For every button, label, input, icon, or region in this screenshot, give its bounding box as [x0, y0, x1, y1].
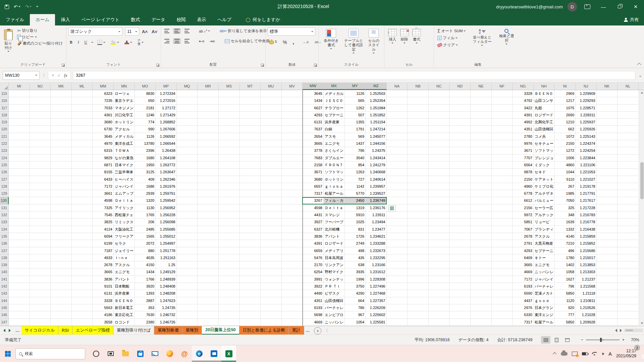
cell-MV139[interactable]	[282, 261, 303, 268]
cell-MS135[interactable]	[219, 233, 240, 240]
cell-MO136[interactable]: 2072	[135, 240, 156, 247]
cell-NB133[interactable]	[408, 219, 429, 226]
cell-NL140[interactable]	[618, 268, 639, 276]
column-header-MZ[interactable]: MZ	[366, 83, 387, 90]
cell-MO123[interactable]: 2396	[135, 147, 156, 154]
cell-NG140[interactable]: 4669	[513, 268, 534, 276]
cell-MV132[interactable]	[282, 212, 303, 219]
cell-MV119[interactable]	[282, 119, 303, 126]
cell-MJ142[interactable]	[30, 283, 51, 290]
cell-MM140[interactable]: 3665	[93, 268, 114, 276]
cell-NK130[interactable]	[597, 197, 618, 204]
cell-ML131[interactable]	[72, 204, 93, 212]
cell-MY116[interactable]: 665	[345, 97, 366, 104]
cell-NA136[interactable]	[387, 240, 408, 247]
cell-MZ125[interactable]: 1.241279	[366, 162, 387, 169]
cell-NA127[interactable]	[387, 176, 408, 183]
cell-MQ129[interactable]	[177, 190, 198, 197]
cell-MM143[interactable]: 6131	[93, 290, 114, 297]
cell-MJ145[interactable]	[30, 304, 51, 311]
cell-MS124[interactable]	[219, 155, 240, 162]
cell-MN120[interactable]: アクセル	[114, 126, 135, 133]
cell-NK129[interactable]	[597, 190, 618, 197]
cell-MN138[interactable]: Ｉ−ｎｅ	[114, 254, 135, 261]
cell-NK139[interactable]	[597, 261, 618, 268]
cell-MZ139[interactable]: 1.23166	[366, 261, 387, 268]
cell-MU134[interactable]	[261, 226, 282, 233]
cell-MV134[interactable]	[282, 226, 303, 233]
cell-NH143[interactable]: 芝浦メカト	[534, 290, 555, 297]
cell-MK119[interactable]	[51, 119, 72, 126]
cell-MR139[interactable]	[198, 261, 219, 268]
cell-NK141[interactable]	[597, 276, 618, 283]
cell-NI144[interactable]: 1120	[554, 297, 576, 304]
cell-MN123[interactable]: ＴＯＷＡ	[114, 147, 135, 154]
cell-MQ147[interactable]	[177, 319, 198, 326]
cell-NF119[interactable]	[492, 119, 513, 126]
cell-NG147[interactable]: 7317	[513, 319, 534, 326]
cell-MU146[interactable]	[261, 311, 282, 318]
cell-MM136[interactable]: 6199	[93, 240, 114, 247]
cell-NH129[interactable]: アルチザネ	[534, 190, 555, 197]
cell-MY138[interactable]: 435	[345, 254, 366, 261]
cell-NC119[interactable]	[429, 119, 450, 126]
cell-NB140[interactable]	[408, 268, 429, 276]
cell-NC129[interactable]	[429, 190, 450, 197]
cell-NK115[interactable]	[597, 90, 618, 97]
cell-NL118[interactable]	[618, 112, 639, 119]
cell-MN129[interactable]: エムアップ	[114, 190, 135, 197]
onedrive-icon[interactable]	[561, 352, 568, 356]
cell-NK144[interactable]	[597, 297, 618, 304]
cell-MT146[interactable]	[240, 311, 261, 318]
cell-NF116[interactable]	[492, 97, 513, 104]
cell-NB119[interactable]	[408, 119, 429, 126]
fill-button[interactable]: ↓ フィル	[436, 35, 467, 41]
cell-MP131[interactable]: 1.256952	[156, 204, 177, 212]
cell-MN139[interactable]: アスクル	[114, 261, 135, 268]
cell-NB142[interactable]	[408, 283, 429, 290]
cell-MJ120[interactable]	[30, 126, 51, 133]
cell-MW136[interactable]: 4391	[303, 240, 324, 247]
cell-MK135[interactable]	[51, 233, 72, 240]
cell-MJ128[interactable]	[30, 183, 51, 190]
format-painter-button[interactable]: 書式のコピー/貼り付け	[16, 40, 64, 47]
cell-NA128[interactable]	[387, 183, 408, 190]
cell-MT143[interactable]	[240, 290, 261, 297]
cell-NH137[interactable]: セプテーニ	[534, 247, 555, 254]
row-header-120[interactable]: 120	[0, 126, 9, 133]
cell-MI115[interactable]	[9, 90, 30, 97]
cell-ML144[interactable]	[72, 297, 93, 304]
cell-MO146[interactable]: 7630	[135, 311, 156, 318]
cell-MN132[interactable]: 西松屋チェ	[114, 212, 135, 219]
cell-NG131[interactable]: 2156	[513, 204, 534, 212]
cell-MP145[interactable]: 1.24735	[156, 304, 177, 311]
cell-ML128[interactable]	[72, 183, 93, 190]
cell-MS144[interactable]	[219, 297, 240, 304]
column-header-NA[interactable]: NA	[387, 83, 408, 90]
cell-MP125[interactable]: 1.263772	[156, 162, 177, 169]
column-header-NB[interactable]: NB	[408, 83, 429, 90]
cell-MV124[interactable]	[282, 155, 303, 162]
cell-MR116[interactable]	[198, 97, 219, 104]
cell-MS117[interactable]	[219, 105, 240, 112]
cell-MN125[interactable]: 日本マイク	[114, 162, 135, 169]
cell-NJ118[interactable]: 1.228311	[576, 112, 597, 119]
cell-ND124[interactable]	[449, 155, 471, 162]
cell-NB127[interactable]	[408, 176, 429, 183]
cell-MK141[interactable]	[51, 276, 72, 283]
cell-MU136[interactable]	[261, 240, 282, 247]
cell-MZ127[interactable]: 1.240614	[366, 176, 387, 183]
cell-MN147[interactable]: ロコンド	[114, 319, 135, 326]
cell-MM118[interactable]: 4361	[93, 112, 114, 119]
cell-NI127[interactable]: 5110	[554, 176, 576, 183]
cell-MQ146[interactable]	[177, 311, 198, 318]
align-left-button[interactable]	[163, 38, 171, 44]
cell-MW127[interactable]: 3680	[303, 176, 324, 183]
cell-NH118[interactable]: ロジザード	[534, 112, 555, 119]
cell-MW140[interactable]: 6254	[303, 268, 324, 276]
cell-MP120[interactable]: 1.267606	[156, 126, 177, 133]
cell-NJ126[interactable]: 1.221053	[576, 169, 597, 176]
cell-MK118[interactable]	[51, 112, 72, 119]
cell-MX120[interactable]: 白銅	[324, 126, 345, 133]
scroll-up-icon[interactable]	[640, 90, 644, 95]
